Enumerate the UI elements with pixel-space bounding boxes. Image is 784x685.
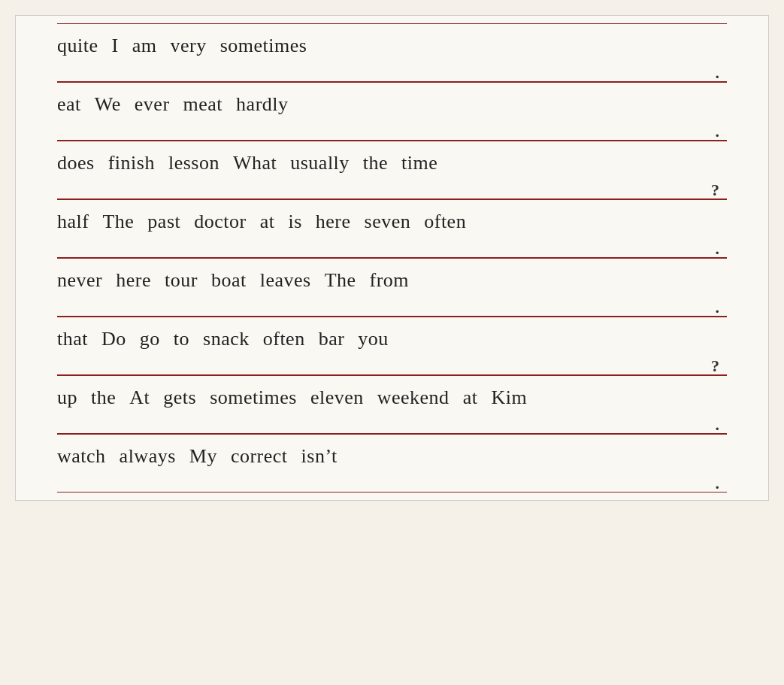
word-5-5[interactable]: leaves: [260, 269, 325, 292]
words-line-5: neverheretourboatleavesThefrom: [57, 258, 727, 303]
word-7-4[interactable]: gets: [163, 386, 210, 409]
row-block-6: thatDogotosnackoftenbaryou?: [16, 317, 768, 375]
word-5-6[interactable]: The: [325, 269, 370, 292]
word-1-1[interactable]: quite: [57, 35, 112, 57]
word-4-2[interactable]: The: [102, 211, 147, 233]
word-1-2[interactable]: I: [112, 35, 132, 57]
word-6-8[interactable]: you: [358, 328, 402, 350]
word-1-5[interactable]: sometimes: [220, 35, 321, 57]
row-block-8: watchalwaysMycorrectisn’t.: [16, 434, 768, 493]
answer-line-4: .: [57, 244, 727, 258]
answer-line-7: .: [57, 420, 727, 434]
words-line-4: halfThepastdoctoratisheresevenoften: [57, 199, 727, 244]
words-line-8: watchalwaysMycorrectisn’t: [57, 434, 727, 479]
word-1-3[interactable]: am: [132, 35, 171, 57]
punctuation-6: ?: [711, 356, 719, 376]
punctuation-8: .: [716, 474, 720, 493]
word-7-8[interactable]: at: [463, 386, 492, 409]
word-6-2[interactable]: Do: [101, 328, 140, 350]
word-2-4[interactable]: meat: [183, 93, 237, 116]
row-block-5: neverheretourboatleavesThefrom.: [16, 258, 768, 317]
word-5-4[interactable]: boat: [211, 269, 260, 292]
word-7-3[interactable]: At: [129, 386, 163, 409]
word-3-6[interactable]: the: [363, 152, 401, 174]
punctuation-5: .: [716, 298, 720, 317]
words-line-6: thatDogotosnackoftenbaryou: [57, 317, 727, 362]
word-4-8[interactable]: seven: [365, 211, 425, 233]
row-block-4: halfThepastdoctoratisheresevenoften.: [16, 199, 768, 258]
punctuation-4: .: [716, 239, 720, 259]
word-7-2[interactable]: the: [91, 386, 129, 409]
word-2-2[interactable]: We: [95, 93, 135, 116]
word-7-9[interactable]: Kim: [491, 386, 540, 409]
word-7-7[interactable]: weekend: [377, 386, 463, 409]
punctuation-7: .: [716, 415, 720, 435]
word-4-5[interactable]: at: [260, 211, 289, 233]
word-6-5[interactable]: snack: [203, 328, 263, 350]
word-8-4[interactable]: correct: [231, 445, 301, 468]
row-block-2: eatWeevermeathardly.: [16, 82, 768, 141]
word-3-7[interactable]: time: [401, 152, 451, 174]
word-6-4[interactable]: to: [174, 328, 203, 350]
word-5-1[interactable]: never: [57, 269, 116, 292]
word-7-6[interactable]: eleven: [310, 386, 377, 409]
word-4-9[interactable]: often: [424, 211, 480, 233]
word-3-1[interactable]: does: [57, 152, 108, 174]
word-3-2[interactable]: finish: [108, 152, 168, 174]
words-line-3: doesfinishlessonWhatusuallythetime: [57, 141, 727, 186]
word-8-5[interactable]: isn’t: [301, 445, 351, 468]
row-block-7: uptheAtgetssometimeselevenweekendatKim.: [16, 375, 768, 434]
punctuation-2: .: [716, 122, 720, 141]
answer-line-8: .: [57, 479, 727, 493]
word-3-4[interactable]: What: [233, 152, 290, 174]
answer-line-5: .: [57, 303, 727, 317]
punctuation-1: .: [716, 63, 720, 83]
word-4-6[interactable]: is: [288, 211, 315, 233]
word-2-3[interactable]: ever: [135, 93, 183, 116]
word-7-5[interactable]: sometimes: [210, 386, 310, 409]
row-block-1: quiteIamverysometimes.: [16, 23, 768, 82]
word-6-6[interactable]: often: [263, 328, 319, 350]
answer-line-1: .: [57, 68, 727, 82]
word-5-7[interactable]: from: [370, 269, 423, 292]
words-line-1: quiteIamverysometimes: [57, 23, 727, 68]
words-line-2: eatWeevermeathardly: [57, 82, 727, 127]
word-7-1[interactable]: up: [57, 386, 91, 409]
word-3-3[interactable]: lesson: [168, 152, 233, 174]
word-2-1[interactable]: eat: [57, 93, 95, 116]
word-6-7[interactable]: bar: [319, 328, 359, 350]
word-4-4[interactable]: doctor: [194, 211, 259, 233]
word-6-3[interactable]: go: [140, 328, 174, 350]
word-4-7[interactable]: here: [316, 211, 365, 233]
answer-line-6: ?: [57, 362, 727, 375]
word-4-3[interactable]: past: [147, 211, 194, 233]
word-4-1[interactable]: half: [57, 211, 102, 233]
word-6-1[interactable]: that: [57, 328, 101, 350]
word-1-4[interactable]: very: [170, 35, 219, 57]
row-block-3: doesfinishlessonWhatusuallythetime?: [16, 141, 768, 199]
word-8-3[interactable]: My: [189, 445, 231, 468]
word-5-3[interactable]: tour: [165, 269, 211, 292]
punctuation-3: ?: [711, 180, 719, 200]
answer-line-3: ?: [57, 186, 727, 199]
words-line-7: uptheAtgetssometimeselevenweekendatKim: [57, 375, 727, 420]
word-8-1[interactable]: watch: [57, 445, 120, 468]
word-8-2[interactable]: always: [120, 445, 189, 468]
word-2-5[interactable]: hardly: [236, 93, 301, 116]
word-5-2[interactable]: here: [116, 269, 165, 292]
answer-line-2: .: [57, 127, 727, 141]
word-3-5[interactable]: usually: [290, 152, 363, 174]
page-container: quiteIamverysometimes.eatWeevermeathardl…: [15, 15, 769, 501]
